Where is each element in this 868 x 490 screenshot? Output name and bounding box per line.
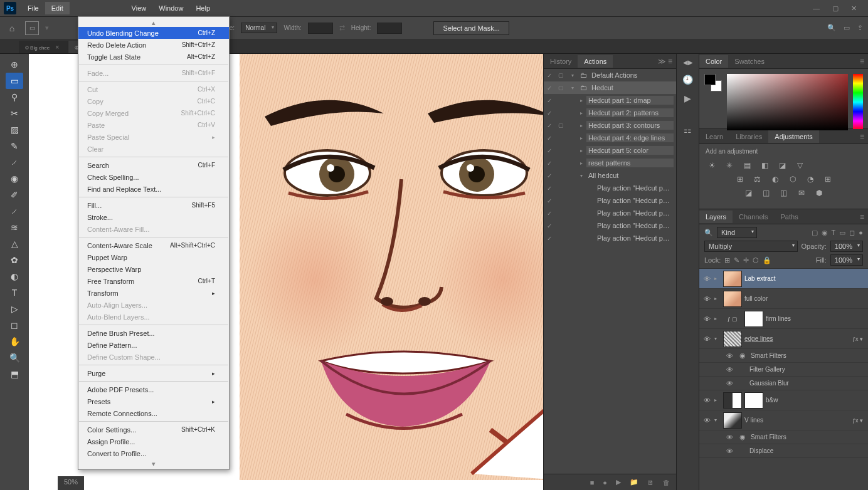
- adjustment-icon[interactable]: ◫: [760, 187, 773, 199]
- tab-adjustments[interactable]: Adjustments: [768, 130, 819, 143]
- edit-menu-item[interactable]: Define Brush Preset...: [78, 327, 229, 339]
- visibility-icon[interactable]: 👁: [724, 434, 734, 441]
- adjustment-icon[interactable]: ⊞: [822, 174, 834, 185]
- tab-paths[interactable]: Paths: [775, 211, 805, 223]
- menu-view[interactable]: View: [125, 2, 153, 14]
- tab-layers[interactable]: Layers: [699, 211, 733, 223]
- action-row[interactable]: ✓▢▾🗀Hedcut: [544, 81, 676, 94]
- tab-libraries[interactable]: Libraries: [729, 130, 768, 143]
- color-field[interactable]: [727, 74, 848, 130]
- visibility-icon[interactable]: 👁: [724, 447, 734, 455]
- edit-menu-item[interactable]: Assign Profile...: [78, 435, 229, 447]
- edit-menu-item[interactable]: Fill...Shift+F5: [78, 199, 229, 211]
- tool-icon[interactable]: ✿: [6, 252, 23, 268]
- lock-icon[interactable]: ⊞: [724, 256, 730, 264]
- adjustment-icon[interactable]: ⚖: [751, 174, 764, 185]
- tool-icon[interactable]: T: [6, 284, 23, 301]
- edit-menu-item[interactable]: Free TransformCtrl+T: [78, 275, 229, 287]
- layer-row[interactable]: 👁▸full color: [699, 289, 868, 309]
- adjustment-icon[interactable]: ◪: [776, 160, 788, 171]
- layer-row[interactable]: 👁◉Smart Filters: [699, 349, 868, 363]
- edit-menu-item[interactable]: Remote Connections...: [78, 407, 229, 419]
- layer-row[interactable]: 👁▸Lab extract: [699, 269, 868, 289]
- action-row[interactable]: ✓▢▾🗀Default Actions: [544, 69, 676, 81]
- lock-icon[interactable]: 🔒: [763, 256, 771, 264]
- edit-menu-item[interactable]: Purge▸: [78, 367, 229, 379]
- filter-icon[interactable]: ◻: [849, 229, 855, 237]
- edit-menu-item[interactable]: Toggle Last StateAlt+Ctrl+Z: [78, 51, 229, 63]
- tool-icon[interactable]: ▭: [6, 73, 23, 89]
- layer-row[interactable]: 👁▸ƒ ▢firm lines: [699, 309, 868, 329]
- actions-footer-icon[interactable]: 🗑: [663, 479, 670, 486]
- home-icon[interactable]: ⌂: [5, 21, 19, 35]
- search-icon[interactable]: 🔍: [827, 24, 836, 32]
- action-row[interactable]: ✓▸Hedcut part 2: patterns: [544, 107, 676, 119]
- filter-icon[interactable]: ▭: [839, 229, 845, 237]
- edit-menu-item[interactable]: Undo Blending ChangeCtrl+Z: [78, 27, 229, 39]
- opacity-input[interactable]: 100%: [830, 241, 863, 252]
- menu-file[interactable]: File: [21, 2, 45, 14]
- visibility-icon[interactable]: 👁: [724, 380, 734, 387]
- tool-icon[interactable]: ◻: [6, 317, 23, 333]
- actions-footer-icon[interactable]: ▶: [616, 478, 621, 486]
- visibility-icon[interactable]: 👁: [702, 275, 712, 283]
- zoom-value[interactable]: 50%: [64, 478, 78, 486]
- actions-footer-icon[interactable]: ●: [603, 479, 607, 486]
- layer-row[interactable]: 👁Filter Gallery: [699, 363, 868, 377]
- fg-bg-swatch[interactable]: [704, 74, 722, 91]
- tool-icon[interactable]: ✂: [6, 105, 23, 122]
- visibility-icon[interactable]: 👁: [702, 295, 712, 303]
- tab-learn[interactable]: Learn: [699, 130, 729, 143]
- tool-icon[interactable]: ⊕: [6, 56, 23, 73]
- adjustment-icon[interactable]: ◫: [778, 187, 790, 199]
- action-row[interactable]: ✓Play action "Hedcut pa...: [544, 232, 676, 244]
- adjustment-icon[interactable]: ▤: [741, 160, 753, 171]
- edit-menu-item[interactable]: Redo Delete ActionShift+Ctrl+Z: [78, 39, 229, 51]
- maximize-icon[interactable]: ▢: [832, 4, 839, 13]
- tool-icon[interactable]: ⟋: [6, 203, 23, 219]
- menu-edit[interactable]: Edit: [45, 2, 70, 14]
- action-row[interactable]: ✓▸Hedcut part 5: color: [544, 144, 676, 157]
- menu-scroll-up-icon[interactable]: ▴: [78, 18, 229, 27]
- tool-icon[interactable]: ▷: [6, 301, 23, 317]
- actions-footer-icon[interactable]: ■: [590, 479, 595, 486]
- action-row[interactable]: ✓Play action "Hedcut pa...: [544, 219, 676, 232]
- edit-menu-item[interactable]: Transform▸: [78, 287, 229, 299]
- properties-icon[interactable]: ⚏: [684, 125, 692, 135]
- tool-icon[interactable]: △: [6, 236, 23, 252]
- edit-menu-item[interactable]: Find and Replace Text...: [78, 183, 229, 195]
- action-row[interactable]: ✓Play action "Hedcut pa...: [544, 207, 676, 219]
- height-input[interactable]: [377, 23, 402, 34]
- edit-menu-item[interactable]: Perspective Warp: [78, 263, 229, 275]
- tool-icon[interactable]: ⬒: [6, 366, 23, 382]
- visibility-icon[interactable]: 👁: [724, 352, 734, 360]
- filter-icon[interactable]: ◉: [822, 229, 828, 237]
- edit-menu-item[interactable]: Presets▸: [78, 395, 229, 407]
- tool-icon[interactable]: ✐: [6, 187, 23, 203]
- adjustment-icon[interactable]: ☀: [706, 160, 718, 171]
- adjustment-icon[interactable]: ◧: [758, 160, 771, 171]
- tab-swatches[interactable]: Swatches: [728, 55, 771, 68]
- share-icon[interactable]: ⇪: [857, 24, 863, 32]
- filter-icon[interactable]: ▢: [812, 229, 818, 237]
- tool-icon[interactable]: ≋: [6, 219, 23, 236]
- filter-kind-dropdown[interactable]: Kind: [717, 227, 757, 238]
- edit-menu-item[interactable]: Adobe PDF Presets...: [78, 383, 229, 395]
- menu-window[interactable]: Window: [152, 2, 189, 14]
- actions-footer-icon[interactable]: 📁: [630, 478, 638, 486]
- blend-mode-dropdown[interactable]: Multiply: [704, 241, 798, 252]
- adjustment-icon[interactable]: ◐: [769, 174, 781, 185]
- history-icon[interactable]: 🕘: [682, 75, 693, 85]
- panel-menu-icon[interactable]: ≫ ≡: [654, 57, 676, 66]
- edit-menu-item[interactable]: Define Pattern...: [78, 339, 229, 351]
- layer-row[interactable]: 👁▸b&w: [699, 390, 868, 410]
- actions-footer-icon[interactable]: 🗎: [647, 479, 654, 486]
- filter-icon[interactable]: ●: [859, 229, 863, 237]
- lock-icon[interactable]: ✛: [743, 256, 749, 264]
- visibility-icon[interactable]: 👁: [702, 335, 712, 343]
- edit-menu-item[interactable]: Puppet Warp: [78, 251, 229, 263]
- style-dropdown[interactable]: Normal: [241, 23, 277, 33]
- lock-icon[interactable]: ⬡: [753, 256, 759, 264]
- expand-icon[interactable]: ◀▶: [683, 59, 693, 66]
- action-row[interactable]: ✓▾All hedcut: [544, 169, 676, 182]
